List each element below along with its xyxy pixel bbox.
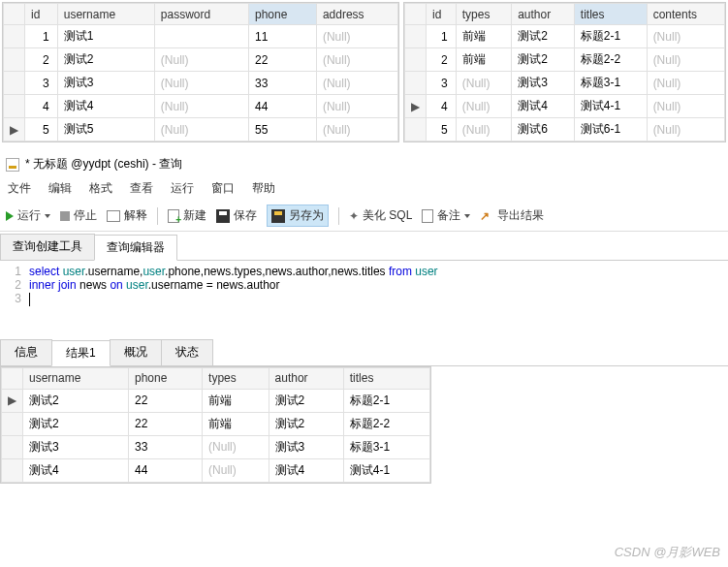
result-tab[interactable]: 信息 [0, 339, 52, 365]
table-row[interactable]: 1测试111(Null) [4, 25, 398, 48]
column-header[interactable]: username [57, 4, 154, 25]
chevron-down-icon [464, 214, 470, 218]
query-window-icon [6, 158, 19, 172]
menu-item[interactable]: 文件 [8, 180, 31, 197]
window-title-bar: * 无标题 @yydpt (ceshi) - 查询 [0, 152, 728, 176]
column-header[interactable]: titles [574, 4, 647, 25]
result-row[interactable]: 测试333(Null)测试3标题3-1 [2, 435, 430, 458]
column-header[interactable]: address [316, 4, 397, 25]
result-tab[interactable]: 结果1 [51, 340, 111, 366]
explain-icon [107, 210, 120, 222]
column-header[interactable]: username [23, 367, 129, 389]
result-tab[interactable]: 状态 [161, 339, 213, 365]
tab-query-editor[interactable]: 查询编辑器 [94, 235, 177, 261]
note-button[interactable]: 备注 [422, 207, 470, 224]
result-row[interactable]: 测试222前端测试2标题2-2 [2, 412, 430, 435]
menu-item[interactable]: 编辑 [48, 180, 72, 197]
sql-editor[interactable]: 1select user.username,user.phone,news.ty… [0, 261, 728, 310]
stop-button[interactable]: 停止 [60, 207, 97, 224]
menu-item[interactable]: 查看 [130, 180, 153, 197]
column-header[interactable]: author [512, 4, 575, 25]
table-row[interactable]: 2测试2(Null)22(Null) [4, 48, 398, 72]
toolbar-separator [338, 207, 339, 225]
table-row[interactable]: 3(Null)测试3标题3-1(Null) [405, 72, 725, 95]
column-header[interactable]: id [25, 4, 58, 25]
column-header[interactable]: author [269, 367, 343, 389]
column-header[interactable]: titles [343, 367, 429, 389]
export-icon [480, 209, 493, 223]
watermark: CSDN @月影WEB [615, 544, 720, 561]
export-button[interactable]: 导出结果 [480, 207, 544, 224]
table-row[interactable]: 5(Null)测试6测试6-1(Null) [405, 118, 725, 142]
saveas-button[interactable]: 另存为 [267, 205, 329, 227]
table-row[interactable]: ▶5测试5(Null)55(Null) [4, 118, 398, 142]
result-row[interactable]: ▶测试222前端测试2标题2-1 [2, 389, 430, 412]
editor-tabs[interactable]: 查询创建工具 查询编辑器 [0, 234, 728, 261]
column-header[interactable]: contents [647, 4, 724, 25]
table-row[interactable]: 3测试3(Null)33(Null) [4, 72, 398, 95]
column-header[interactable]: types [456, 4, 511, 25]
explain-button[interactable]: 解释 [107, 207, 147, 224]
window-title-text: * 无标题 @yydpt (ceshi) - 查询 [25, 156, 182, 173]
table-row[interactable]: 4测试4(Null)44(Null) [4, 95, 398, 118]
column-header[interactable]: password [154, 4, 248, 25]
new-button[interactable]: 新建 [168, 207, 206, 224]
save-icon [216, 209, 230, 223]
new-file-icon [168, 209, 179, 223]
menu-item[interactable]: 运行 [171, 180, 194, 197]
news-table[interactable]: idtypesauthortitlescontents1前端测试2标题2-1(N… [403, 2, 726, 142]
column-header[interactable]: phone [248, 4, 316, 25]
table-row[interactable]: 2前端测试2标题2-2(Null) [405, 48, 725, 72]
menubar[interactable]: 文件编辑格式查看运行窗口帮助 [0, 176, 728, 201]
result-row[interactable]: 测试444(Null)测试4测试4-1 [2, 458, 430, 482]
table-row[interactable]: 1前端测试2标题2-1(Null) [405, 25, 725, 48]
result-tab[interactable]: 概况 [110, 339, 162, 365]
result-table[interactable]: usernamephonetypesauthortitles▶测试222前端测试… [0, 366, 431, 484]
toolbar: 运行 停止 解释 新建 保存 另存为 ✦ 美化 SQL 备注 导出结果 [0, 201, 728, 232]
note-icon [422, 209, 433, 223]
saveas-icon [271, 209, 285, 223]
toolbar-separator [157, 207, 158, 225]
beautify-button[interactable]: ✦ 美化 SQL [349, 207, 412, 224]
column-header[interactable]: id [427, 4, 457, 25]
wand-icon: ✦ [349, 209, 359, 223]
stop-icon [60, 211, 70, 221]
run-button[interactable]: 运行 [6, 207, 50, 224]
column-header[interactable]: phone [128, 367, 202, 389]
menu-item[interactable]: 窗口 [211, 180, 235, 197]
save-button[interactable]: 保存 [216, 207, 257, 224]
chevron-down-icon [45, 214, 50, 218]
menu-item[interactable]: 格式 [89, 180, 112, 197]
table-row[interactable]: ▶4(Null)测试4测试4-1(Null) [405, 95, 725, 118]
result-tabs[interactable]: 信息结果1概况状态 [0, 339, 728, 366]
user-table[interactable]: idusernamepasswordphoneaddress1测试111(Nul… [2, 2, 399, 142]
play-icon [6, 211, 14, 221]
tab-query-builder[interactable]: 查询创建工具 [0, 234, 95, 260]
menu-item[interactable]: 帮助 [252, 180, 275, 197]
column-header[interactable]: types [203, 367, 269, 389]
